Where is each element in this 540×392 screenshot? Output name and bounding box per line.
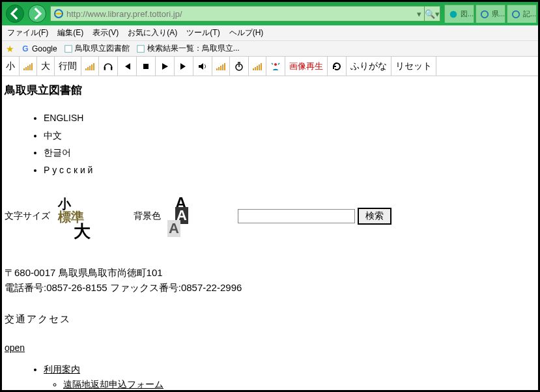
page-content: 鳥取県立図書館 ENGLISH 中文 한글어 Р у с с к и й 文字サ… (2, 76, 538, 392)
stop-icon[interactable] (137, 57, 156, 76)
fav-link-1[interactable]: 鳥取県立図書館 (64, 43, 130, 54)
tab-0[interactable]: 図... (444, 5, 474, 23)
svg-rect-7 (111, 66, 112, 70)
guide-sub-remote-return[interactable]: 遠隔地返却申込フォーム (63, 379, 163, 389)
font-large-button[interactable]: 大 (37, 57, 55, 76)
svg-point-2 (481, 10, 489, 18)
bg-color-label: 背景色 (134, 210, 161, 222)
site-search-input[interactable] (238, 209, 355, 223)
svg-rect-4 (64, 45, 72, 52)
search-icon[interactable]: 🔍▾ (424, 7, 440, 21)
bg-gray[interactable]: A (167, 220, 180, 237)
tab-2[interactable]: 記... (507, 5, 537, 23)
svg-point-10 (274, 63, 277, 66)
svg-rect-5 (137, 45, 144, 52)
reset-button[interactable]: リセット (391, 57, 436, 76)
access-link[interactable]: 交通アクセス (5, 313, 71, 326)
play-icon[interactable] (156, 57, 175, 76)
google-g-icon: G (21, 44, 30, 53)
fav-google[interactable]: G Google (21, 44, 57, 53)
font-small-button[interactable]: 小 (2, 57, 20, 76)
tab-1[interactable]: 県... (476, 5, 505, 23)
ie-icon (53, 8, 64, 19)
menu-favorites[interactable]: お気に入り(A) (128, 27, 177, 38)
site-search-button[interactable]: 検索 (358, 208, 391, 225)
lang-chinese[interactable]: 中文 (44, 130, 62, 141)
reload-icon[interactable] (328, 57, 347, 76)
fav-link-2[interactable]: 検索結果一覧：鳥取県立... (136, 43, 240, 54)
site-title: 鳥取県立図書館 (5, 83, 535, 98)
url-input[interactable] (66, 9, 414, 19)
accessibility-toolbar: 小 大 行間 画像再生 ふりがな リセット (2, 57, 538, 76)
menu-help[interactable]: ヘルプ(H) (229, 27, 264, 38)
dropdown-icon[interactable]: ▾ (417, 9, 421, 19)
forward-button[interactable] (28, 5, 46, 23)
font-size-controls: 小 標準 大 (53, 197, 131, 236)
person-icon[interactable] (266, 57, 285, 76)
menu-view[interactable]: 表示(V) (92, 27, 119, 38)
address-line-2: 電話番号:0857-26-8155 ファックス番号:0857-22-2996 (5, 281, 535, 296)
bg-color-controls: A A A (163, 197, 196, 236)
page-icon (64, 44, 73, 53)
open-link[interactable]: open (5, 343, 25, 353)
back-button[interactable] (6, 5, 24, 23)
skip-back-icon[interactable] (118, 57, 137, 76)
lang-english[interactable]: ENGLISH (44, 113, 83, 123)
language-list: ENGLISH 中文 한글어 Р у с с к и й (44, 109, 535, 178)
image-regen-button[interactable]: 画像再生 (285, 57, 328, 76)
line-height-button[interactable]: 行間 (55, 57, 81, 76)
favorites-star-icon[interactable]: ★ (6, 44, 14, 54)
address-bar[interactable]: ▾ 🔍▾ (50, 6, 440, 21)
menu-file[interactable]: ファイル(F) (7, 27, 48, 38)
volume-icon[interactable] (193, 57, 212, 76)
guide-link[interactable]: 利用案内 (44, 364, 80, 374)
svg-point-3 (513, 10, 520, 18)
address-line-1: 〒680-0017 鳥取県鳥取市尚徳町101 (5, 266, 535, 281)
favorites-bar: ★ G Google 鳥取県立図書館 検索結果一覧：鳥取県立... (2, 41, 538, 57)
lang-korean[interactable]: 한글어 (44, 147, 71, 158)
tab-strip: 図... 県... 記... (444, 5, 538, 23)
timer-icon[interactable] (230, 57, 249, 76)
furigana-button[interactable]: ふりがな (347, 57, 391, 76)
tab-label: 記... (523, 9, 536, 19)
font-size-large[interactable]: 大 (74, 220, 91, 243)
svg-point-1 (450, 10, 457, 18)
menu-edit[interactable]: 編集(E) (57, 27, 83, 38)
svg-rect-8 (143, 64, 149, 69)
font-level-button[interactable] (20, 57, 37, 76)
menu-bar: ファイル(F) 編集(E) 表示(V) お気に入り(A) ツール(T) ヘルプ(… (2, 25, 538, 41)
addr-tools: ▾ (414, 9, 424, 19)
skip-forward-icon[interactable] (175, 57, 193, 76)
line-level-button[interactable] (81, 57, 99, 76)
tab-label: 県... (492, 9, 505, 19)
page-icon (136, 44, 145, 53)
font-size-label: 文字サイズ (5, 210, 50, 222)
menu-tools[interactable]: ツール(T) (186, 27, 220, 38)
lang-russian[interactable]: Р у с с к и й (44, 165, 92, 175)
volume-level-button[interactable] (212, 57, 230, 76)
svg-rect-6 (104, 66, 106, 70)
headphones-icon[interactable] (99, 57, 118, 76)
tab-label: 図... (461, 9, 474, 19)
speed-level-button[interactable] (249, 57, 266, 76)
